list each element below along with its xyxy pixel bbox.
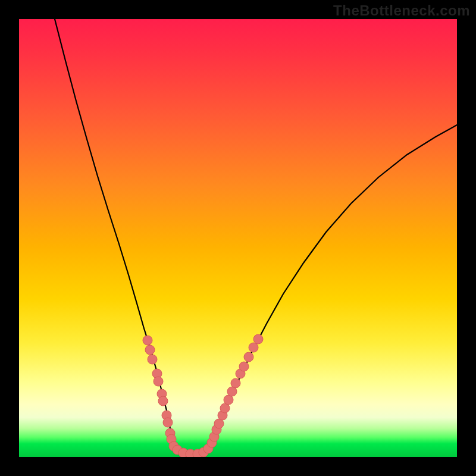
data-dot (148, 355, 157, 364)
data-dot (158, 396, 168, 406)
data-dot (145, 345, 155, 355)
data-dot (249, 343, 258, 352)
data-dot (154, 377, 163, 386)
data-dot-layer (143, 334, 263, 457)
watermark-text: TheBottleneck.com (333, 2, 470, 19)
data-dot (244, 352, 253, 362)
stage: TheBottleneck.com (0, 0, 476, 476)
data-dot (163, 418, 173, 427)
data-dot (239, 362, 249, 371)
data-dot (231, 378, 240, 388)
data-dot (143, 336, 152, 345)
data-dot (253, 334, 263, 344)
bottleneck-curve-line (55, 19, 457, 455)
bottleneck-curve-svg (19, 19, 457, 457)
plot-area (19, 19, 457, 457)
